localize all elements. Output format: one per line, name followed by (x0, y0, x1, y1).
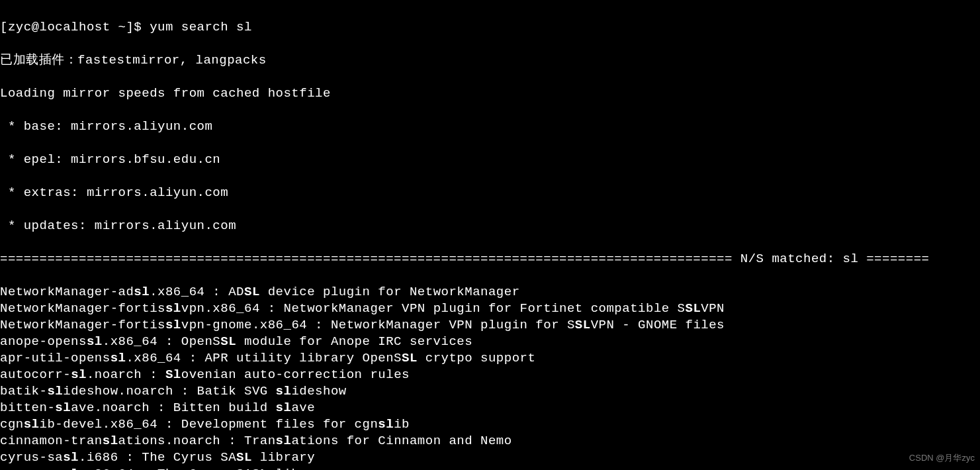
separator-line: ========================================… (0, 251, 980, 267)
result-text: apr-util-opens (0, 351, 111, 365)
shell-prompt: [zyc@localhost ~]$ (0, 20, 150, 34)
plugins-line: 已加载插件：fastestmirror, langpacks (0, 52, 980, 69)
command-text: yum search sl (150, 20, 252, 34)
result-line: NetworkManager-fortisslvpn-gnome.x86_64 … (0, 317, 980, 334)
result-line: autocorr-sl.noarch : Slovenian auto-corr… (0, 367, 980, 383)
match-highlight: sl (276, 384, 292, 399)
match-highlight: sl (276, 400, 292, 415)
result-line: cyrus-sasl.x86_64 : The Cyrus SASL libra… (0, 466, 980, 470)
result-text: .x86_64 : APR utility library OpenS (126, 351, 402, 365)
result-text: vpn-gnome.x86_64 : NetworkManager VPN pl… (181, 318, 575, 332)
match-highlight: sl (111, 351, 126, 365)
match-highlight: SL (685, 301, 701, 316)
mirror-line: * updates: mirrors.aliyun.com (0, 218, 980, 234)
result-line: anope-openssl.x86_64 : OpenSSL module fo… (0, 334, 980, 350)
result-line: cinnamon-translations.noarch : Translati… (0, 433, 980, 449)
match-label: N/S matched: sl (740, 252, 859, 266)
loading-mirrors-line: Loading mirror speeds from cached hostfi… (0, 85, 980, 102)
result-text: cinnamon-tran (0, 434, 103, 448)
result-text: batik- (0, 384, 47, 399)
match-highlight: sl (378, 417, 394, 432)
result-text: NetworkManager-ad (0, 285, 134, 299)
result-text: ib-devel.x86_64 : Development files for … (40, 417, 379, 432)
result-text: NetworkManager-fortis (0, 301, 165, 316)
prompt-line: [zyc@localhost ~]$ yum search sl (0, 19, 980, 36)
match-highlight: sl (87, 334, 103, 349)
mirror-line: * epel: mirrors.bfsu.edu.cn (0, 152, 980, 168)
result-text: vpn.x86_64 : NetworkManager VPN plugin f… (181, 301, 686, 316)
result-text: .x86_64 : The Cyrus SA (79, 467, 252, 470)
result-text: library (252, 450, 315, 465)
result-text: ideshow (291, 384, 346, 399)
result-line: NetworkManager-adsl.x86_64 : ADSL device… (0, 284, 980, 301)
result-text: anope-opens (0, 334, 87, 349)
match-highlight: sl (165, 301, 181, 316)
result-text: NetworkManager-fortis (0, 318, 165, 332)
result-text: device plugin for NetworkManager (260, 285, 520, 299)
result-text: autocorr- (0, 367, 71, 382)
result-line: cyrus-sasl.i686 : The Cyrus SASL library (0, 449, 980, 466)
mirror-line: * extras: mirrors.aliyun.com (0, 185, 980, 201)
result-text: VPN (701, 301, 725, 316)
result-text: ovenian auto-correction rules (181, 367, 410, 382)
mirror-line: * base: mirrors.aliyun.com (0, 118, 980, 135)
match-highlight: SL (236, 450, 252, 465)
result-text: .noarch : (87, 367, 165, 382)
result-line: bitten-slave.noarch : Bitten build slave (0, 400, 980, 416)
result-text: .i686 : The Cyrus SA (79, 450, 236, 465)
result-text: bitten- (0, 400, 55, 415)
match-highlight: sl (103, 434, 118, 448)
result-text: .x86_64 : AD (150, 285, 244, 299)
result-line: cgnslib-devel.x86_64 : Development files… (0, 416, 980, 433)
result-text: module for Anope IRC services (236, 334, 472, 349)
terminal[interactable]: [zyc@localhost ~]$ yum search sl 已加载插件：f… (0, 0, 980, 470)
result-text: ave (291, 400, 315, 415)
results-block: NetworkManager-adsl.x86_64 : ADSL device… (0, 284, 980, 470)
result-line: batik-slideshow.noarch : Batik SVG slide… (0, 383, 980, 400)
result-text: ave.noarch : Bitten build (71, 400, 275, 415)
result-text: VPN - GNOME files (591, 318, 725, 332)
match-highlight: SL (220, 334, 236, 349)
result-text: cyrus-sa (0, 450, 63, 465)
result-line: NetworkManager-fortisslvpn.x86_64 : Netw… (0, 301, 980, 317)
match-highlight: Sl (165, 367, 181, 382)
match-highlight: SL (575, 318, 591, 332)
result-text: ideshow.noarch : Batik SVG (63, 384, 275, 399)
match-highlight: sl (63, 467, 79, 470)
result-text: ations.noarch : Tran (118, 434, 276, 448)
result-text: ib (394, 417, 410, 432)
result-text: crytpo support (418, 351, 536, 365)
match-highlight: SL (244, 285, 260, 299)
result-text: .x86_64 : OpenS (103, 334, 221, 349)
match-highlight: SL (402, 351, 418, 365)
result-text: ations for Cinnamon and Nemo (291, 434, 512, 448)
match-highlight: sl (134, 285, 150, 299)
match-highlight: sl (165, 318, 181, 332)
match-highlight: sl (55, 400, 71, 415)
result-text: cyrus-sa (0, 467, 63, 470)
result-text: library (268, 467, 331, 470)
match-highlight: sl (63, 450, 79, 465)
result-line: apr-util-openssl.x86_64 : APR utility li… (0, 350, 980, 367)
match-highlight: sl (24, 417, 40, 432)
match-highlight: sl (47, 384, 63, 399)
match-highlight: SL (252, 467, 268, 470)
result-text: cgn (0, 417, 24, 432)
match-highlight: sl (71, 367, 87, 382)
watermark: CSDN @月华zyc (909, 449, 975, 466)
match-highlight: sl (276, 434, 292, 448)
